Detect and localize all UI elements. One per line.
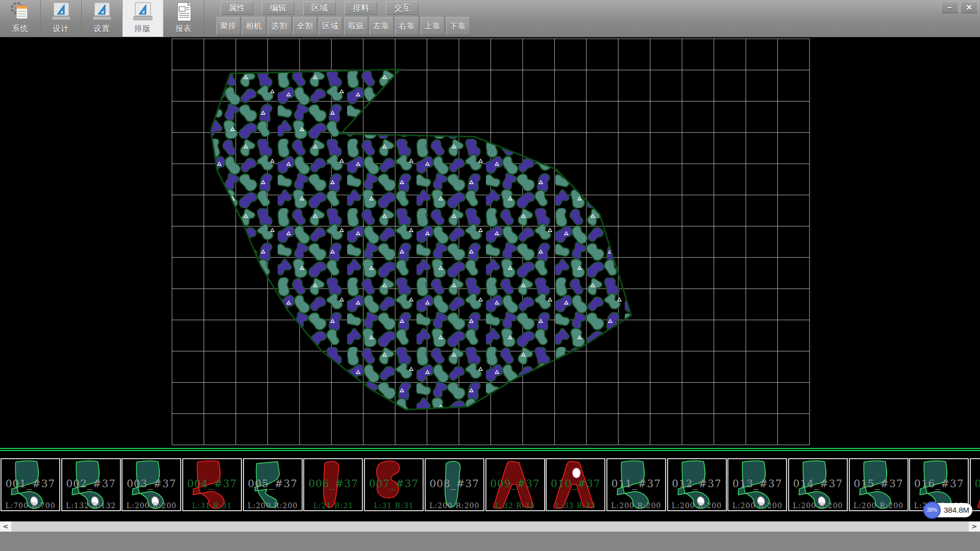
part-id-label: 013_#37: [728, 478, 786, 490]
menu-tab-2[interactable]: 区域: [303, 2, 336, 15]
tool-button-1[interactable]: 相机: [242, 17, 266, 35]
app-tab-system-gear[interactable]: 系统: [0, 0, 41, 37]
app-tab-label: 系统: [12, 24, 29, 34]
part-count-label: L:200 R:200: [728, 502, 786, 510]
part-id-label: 003_#37: [122, 478, 180, 490]
part-count-label: L:32 R:31: [486, 502, 544, 510]
part-count-label: L:31 R:31: [183, 502, 241, 510]
part-count-label: L:21 R:21: [304, 502, 362, 510]
thumbnail-part-010_#37[interactable]: 010_#37L:33 R:33: [546, 458, 605, 511]
report-icon: [173, 2, 195, 23]
tool-button-6[interactable]: 左靠: [370, 17, 394, 35]
thumbnail-part-013_#37[interactable]: 013_#37L:200 R:200: [727, 458, 787, 511]
app-tab-label: 设计: [53, 24, 69, 34]
part-count-label: L:200 R:200: [122, 502, 180, 510]
thumbnail-part-008_#37[interactable]: 008_#37L:200 R:200: [425, 458, 484, 511]
menu-tab-3[interactable]: 排料: [345, 2, 377, 15]
scroll-left-button[interactable]: <: [0, 521, 11, 532]
part-count-label: L:200 R:200: [607, 502, 665, 510]
thumbnail-part-001_#37[interactable]: 001_#37L:700 R:700: [1, 458, 60, 511]
part-count-label: L:200 R:200: [789, 502, 847, 510]
progress-percent-badge: 38%: [923, 502, 941, 519]
tool-button-3[interactable]: 全割: [293, 17, 317, 35]
menu-tab-row: 属性编辑区域排料交互: [220, 2, 419, 15]
thumbnail-part-017_#37[interactable]: 017_#37L:33 R:33: [970, 458, 980, 511]
part-id-label: 017_#37: [971, 478, 980, 490]
part-count-label: L:200 R:200: [426, 502, 483, 510]
part-count-label: L:200 R:200: [850, 502, 908, 510]
tool-button-9[interactable]: 下靠: [446, 17, 470, 35]
part-id-label: 015_#37: [850, 478, 908, 490]
close-button[interactable]: ✕: [960, 2, 978, 13]
nesting-ruler-icon: [132, 2, 154, 23]
tool-button-7[interactable]: 右靠: [395, 17, 419, 35]
thumbnail-part-011_#37[interactable]: 011_#37L:200 R:200: [606, 458, 666, 511]
part-id-label: 002_#37: [62, 478, 120, 490]
parts-thumbnail-strip: 001_#37L:700 R:700002_#37L:132 R:132003_…: [0, 448, 980, 521]
tool-button-4[interactable]: 区域: [318, 17, 342, 35]
thumbnail-part-009_#37[interactable]: 009_#37L:32 R:31: [485, 458, 545, 511]
part-count-label: L:31 R:31: [365, 502, 423, 510]
part-count-label: L:700 R:700: [2, 502, 59, 510]
thumbnail-part-004_#37[interactable]: 004_#37L:31 R:31: [182, 458, 242, 511]
part-count-label: L:33 R:33: [547, 502, 604, 510]
status-bar: [0, 532, 980, 551]
part-id-label: 016_#37: [910, 478, 968, 490]
window-controls: − ✕: [941, 2, 978, 13]
scroll-right-button[interactable]: >: [969, 521, 980, 532]
menu-tab-0[interactable]: 属性: [220, 2, 253, 15]
tool-button-8[interactable]: 上靠: [421, 17, 445, 35]
part-id-label: 006_#37: [304, 478, 362, 490]
part-count-label: L:132 R:132: [62, 502, 120, 510]
menu-tab-4[interactable]: 交互: [386, 2, 419, 15]
thumbnail-part-007_#37[interactable]: 007_#37L:31 R:31: [364, 458, 424, 511]
part-id-label: 008_#37: [426, 478, 483, 490]
part-id-label: 004_#37: [183, 478, 241, 490]
design-ruler-icon: [50, 2, 72, 23]
app-tab-settings-ruler[interactable]: 设置: [82, 0, 122, 37]
thumbnail-list: 001_#37L:700 R:700002_#37L:132 R:132003_…: [1, 458, 980, 511]
part-id-label: 010_#37: [547, 478, 604, 490]
horizontal-scrollbar[interactable]: < >: [0, 521, 980, 532]
thumbnail-part-002_#37[interactable]: 002_#37L:132 R:132: [61, 458, 121, 511]
thumbnail-part-015_#37[interactable]: 015_#37L:200 R:200: [849, 458, 909, 511]
part-id-label: 012_#37: [668, 478, 726, 490]
minimize-button[interactable]: −: [941, 2, 959, 13]
part-id-label: 007_#37: [365, 478, 423, 490]
app-tab-bar: 系统设计设置排版报表: [0, 0, 204, 37]
toolbar: 系统设计设置排版报表 属性编辑区域排料交互 聚排相机选割全割区域瑕疵左靠右靠上靠…: [0, 0, 980, 37]
memory-status-pill: 38% 384.8M: [925, 503, 972, 517]
app-tab-report[interactable]: 报表: [163, 0, 204, 37]
part-id-label: 001_#37: [2, 478, 59, 490]
part-id-label: 009_#37: [486, 478, 544, 490]
thumbnail-part-014_#37[interactable]: 014_#37L:200 R:200: [788, 458, 848, 511]
part-id-label: 014_#37: [789, 478, 847, 490]
application-window: 系统设计设置排版报表 属性编辑区域排料交互 聚排相机选割全割区域瑕疵左靠右靠上靠…: [0, 0, 980, 551]
app-tab-label: 设置: [94, 24, 110, 34]
hide-outline: [211, 69, 631, 410]
settings-ruler-icon: [91, 2, 113, 23]
app-tab-design-ruler[interactable]: 设计: [41, 0, 82, 37]
tool-button-row: 聚排相机选割全割区域瑕疵左靠右靠上靠下靠: [216, 17, 470, 35]
part-count-label: L:200 R:200: [244, 502, 302, 510]
part-id-label: 005_#37: [244, 478, 302, 490]
thumbnail-part-003_#37[interactable]: 003_#37L:200 R:200: [121, 458, 181, 511]
tool-button-5[interactable]: 瑕疵: [344, 17, 368, 35]
system-gear-icon: [9, 2, 32, 23]
part-count-label: L:200 R:200: [668, 502, 726, 510]
tool-button-0[interactable]: 聚排: [216, 17, 240, 35]
strip-divider-line: [0, 448, 980, 449]
strip-divider-line: [0, 450, 980, 451]
thumbnail-part-012_#37[interactable]: 012_#37L:200 R:200: [667, 458, 727, 511]
tool-button-2[interactable]: 选割: [267, 17, 291, 35]
memory-usage-label: 384.8M: [944, 503, 969, 517]
part-id-label: 011_#37: [607, 478, 665, 490]
app-tab-label: 报表: [176, 24, 192, 34]
app-tab-label: 排版: [135, 24, 151, 34]
thumbnail-part-006_#37[interactable]: 006_#37L:21 R:21: [303, 458, 363, 511]
menu-tab-1[interactable]: 编辑: [262, 2, 295, 15]
app-tab-nesting-ruler[interactable]: 排版: [122, 0, 163, 37]
thumbnail-part-005_#37[interactable]: 005_#37L:200 R:200: [243, 458, 303, 511]
